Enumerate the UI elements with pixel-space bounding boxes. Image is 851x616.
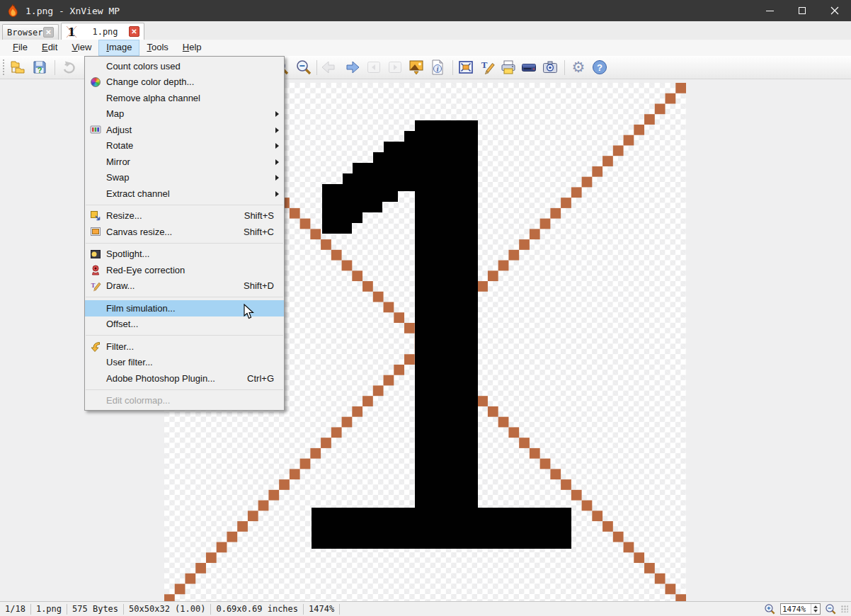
svg-text:?: ? — [38, 66, 42, 74]
menu-item-remove-alpha-channel[interactable]: Remove alpha channel — [85, 90, 284, 106]
settings-icon: ⚙ — [570, 59, 587, 76]
undo-icon — [60, 59, 77, 76]
slideshow-button[interactable] — [408, 59, 425, 76]
close-icon — [830, 6, 839, 15]
menu-icon-empty — [85, 356, 106, 369]
menu-item-canvas-resize[interactable]: Canvas resize...Shift+C — [85, 224, 284, 240]
menu-item-label: User filter... — [106, 357, 284, 367]
scan-icon — [520, 59, 537, 76]
menu-icon-empty — [85, 108, 106, 120]
menu-item-change-color-depth[interactable]: Change color depth... — [85, 74, 284, 91]
fullscreen-button[interactable] — [457, 59, 474, 76]
maximize-icon — [799, 7, 806, 14]
prev-image-button[interactable] — [365, 59, 382, 76]
forward-button[interactable] — [344, 59, 361, 76]
tab-image[interactable]: 1 1.png ✕ — [61, 23, 144, 40]
menu-item-count-colors-used[interactable]: Count colors used — [85, 58, 284, 74]
menu-item-red-eye-correction[interactable]: Red-Eye correction — [85, 262, 284, 278]
menu-item-label: Adobe Photoshop Plugin... — [106, 373, 247, 384]
menu-item-edit-colormap: Edit colormap... — [85, 393, 284, 409]
spotlight-icon — [85, 248, 106, 261]
menu-item-extract-channel[interactable]: Extract channel — [85, 186, 284, 202]
menubar: FileEditViewImageToolsHelp — [0, 40, 851, 56]
statusbar-field: 1.png — [31, 604, 67, 614]
color-wheel-icon — [85, 76, 106, 89]
menu-icon-empty — [85, 171, 106, 184]
menu-item-draw[interactable]: TDraw...Shift+D — [85, 278, 284, 295]
zoom-value-spinner[interactable]: 1474% — [780, 603, 821, 615]
minimize-button[interactable] — [753, 0, 786, 21]
undo-button[interactable] — [60, 59, 77, 76]
next-image-button[interactable] — [387, 59, 404, 76]
app-logo-flame-icon — [6, 4, 20, 18]
capture-button[interactable] — [542, 59, 559, 76]
menu-item-spotlight[interactable]: Spotlight... — [85, 246, 284, 263]
toolbar-separator — [452, 60, 453, 75]
menubar-item-file[interactable]: File — [6, 40, 35, 56]
resize-grip[interactable] — [841, 605, 848, 612]
print-button[interactable] — [500, 59, 517, 76]
slideshow-icon — [408, 59, 425, 76]
image-menu-popup: Count colors usedChange color depth...Re… — [84, 56, 285, 411]
menu-item-shortcut: Shift+C — [244, 227, 284, 237]
zoom-out-button[interactable] — [295, 59, 312, 76]
text-draw-button[interactable]: T — [479, 59, 496, 76]
submenu-arrow-icon — [275, 191, 279, 197]
menu-item-label: Count colors used — [106, 61, 284, 72]
menu-item-filter[interactable]: Filter... — [85, 338, 284, 355]
close-button[interactable] — [818, 0, 851, 21]
statusbar-zoom-in-icon[interactable] — [764, 603, 776, 615]
svg-text:1: 1 — [67, 25, 75, 39]
menu-item-swap[interactable]: Swap — [85, 170, 284, 186]
browse-button[interactable] — [9, 59, 26, 76]
menu-item-adobe-photoshop-plugin[interactable]: Adobe Photoshop Plugin...Ctrl+G — [85, 370, 284, 387]
tab-browser[interactable]: Browser ✕ — [2, 24, 59, 40]
arrow-back-icon — [320, 59, 337, 76]
maximize-button[interactable] — [786, 0, 818, 21]
tab-thumbnail: 1 — [66, 25, 77, 39]
menu-item-label: Resize... — [106, 210, 244, 221]
menu-item-label: Red-Eye correction — [106, 265, 284, 275]
menubar-item-help[interactable]: Help — [176, 40, 209, 56]
menu-item-user-filter[interactable]: User filter... — [85, 355, 284, 371]
print-icon — [500, 59, 517, 76]
zoom-stepper[interactable] — [811, 604, 820, 614]
statusbar-zoom-out-icon[interactable] — [825, 603, 837, 615]
menu-separator — [85, 202, 284, 208]
menu-item-rotate[interactable]: Rotate — [85, 138, 284, 154]
menu-item-adjust[interactable]: Adjust — [85, 122, 284, 138]
menu-icon-empty — [85, 91, 106, 104]
menu-item-map[interactable]: Map — [85, 106, 284, 122]
menubar-item-tools[interactable]: Tools — [139, 40, 175, 56]
tab-image-close-icon[interactable]: ✕ — [129, 26, 139, 37]
statusbar: 1/181.png575 Bytes50x50x32 (1.00)0.69x0.… — [0, 601, 851, 616]
menubar-item-image[interactable]: Image — [98, 40, 139, 56]
svg-text:T: T — [481, 59, 488, 70]
submenu-arrow-icon — [275, 175, 279, 181]
filter-icon — [85, 340, 106, 353]
menu-item-resize[interactable]: Resize...Shift+S — [85, 208, 284, 224]
tab-browser-close-icon[interactable]: ✕ — [43, 27, 54, 38]
menu-icon-empty — [85, 187, 106, 200]
menu-icon-empty — [85, 59, 106, 72]
mouse-cursor — [244, 304, 255, 321]
menubar-item-edit[interactable]: Edit — [35, 40, 64, 56]
menubar-item-view[interactable]: View — [64, 40, 98, 56]
arrow-forward-icon — [344, 59, 361, 76]
window-title: 1.png - XnView MP — [25, 6, 120, 16]
help-icon: ? — [591, 59, 608, 76]
menu-item-mirror[interactable]: Mirror — [85, 154, 284, 170]
help-button[interactable]: ? — [591, 59, 608, 76]
menu-icon-empty — [85, 139, 106, 152]
scan-button[interactable] — [520, 59, 537, 76]
save-button[interactable]: ? — [31, 59, 48, 76]
statusbar-field: 0.69x0.69 inches — [211, 604, 303, 614]
fullscreen-icon — [457, 59, 474, 76]
info-button[interactable]: i — [429, 59, 446, 76]
settings-button[interactable]: ⚙ — [570, 59, 587, 76]
statusbar-field: 50x50x32 (1.00) — [124, 604, 210, 614]
toolbar-grip[interactable] — [2, 59, 5, 76]
back-button[interactable] — [320, 59, 337, 76]
tab-image-label: 1.png — [81, 27, 129, 37]
tabbar: Browser ✕ 1 1.png ✕ — [0, 21, 851, 40]
